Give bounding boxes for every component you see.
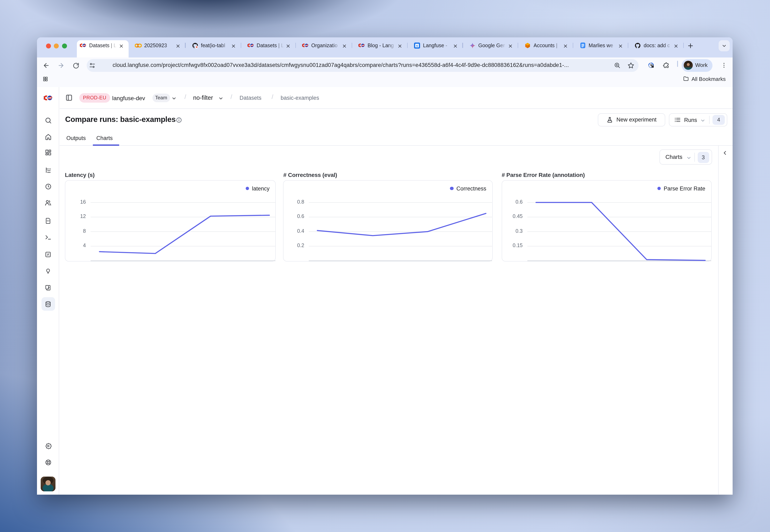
svg-text:6: 6 <box>416 44 418 47</box>
